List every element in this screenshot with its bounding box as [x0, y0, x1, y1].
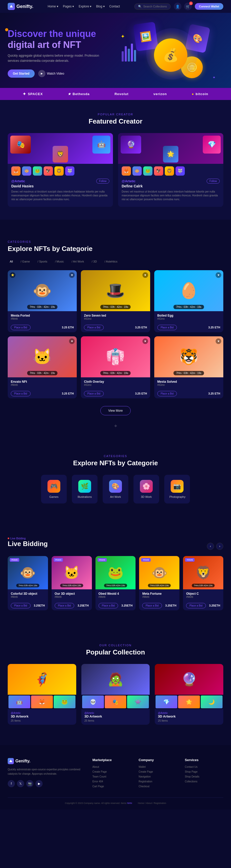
nft-2-bottom: Place a Bid 3.25 ETH: [81, 323, 150, 332]
tab-astehtics[interactable]: / Astehtics: [103, 259, 119, 264]
get-started-button[interactable]: Get Started: [8, 69, 35, 78]
footer-link-create-page[interactable]: Create Page: [92, 770, 131, 773]
nav-right: 🔍 Search Collections 👤 🛒 0 Connect Walle…: [134, 3, 223, 10]
logo-text: Genifty.: [17, 4, 33, 9]
live-3-bid-button[interactable]: Place a Bid: [98, 603, 118, 608]
live-timer-2: 7Hrs:03h:42m:19s: [60, 584, 83, 587]
coll-3-meta: 25 Items: [158, 719, 220, 722]
social-youtube[interactable]: ▶: [35, 780, 42, 787]
footer-link-contact-us[interactable]: Contact Us: [185, 766, 223, 768]
nft-3-heart[interactable]: ♥: [215, 272, 221, 278]
illustrations-label: Illustrations: [77, 495, 92, 498]
nft-5-heart[interactable]: ♥: [142, 338, 148, 344]
footer-link-registration[interactable]: Registration: [139, 780, 177, 783]
tab-music[interactable]: / Music: [53, 259, 66, 264]
creator-2-follow-button[interactable]: Follow: [207, 179, 220, 184]
footer-link-error-404[interactable]: Error 404: [92, 780, 131, 783]
user-icon[interactable]: 👤: [174, 3, 181, 10]
view-more-button[interactable]: View More: [100, 406, 131, 415]
creator-1-av-5: 🦁: [54, 166, 64, 176]
nft-4-bid-button[interactable]: Place a Bid: [11, 391, 31, 396]
coll-1-info: @Artetic 3D Artwork 25 Items: [8, 709, 76, 725]
nft-1-heart[interactable]: ♥: [69, 272, 75, 278]
creator-2-av-4: 🦅: [154, 166, 163, 176]
nav-pages[interactable]: Pages ▾: [63, 5, 74, 8]
footer-link-shop-details[interactable]: Shop Details: [185, 775, 223, 778]
nft-6-bid-button[interactable]: Place a Bid: [157, 391, 177, 396]
creator-2-av-2: 🐵: [133, 166, 142, 176]
cat-item-games[interactable]: 🎮 Games: [41, 475, 67, 503]
footer-top: Genifty. Quickly administrate open-sourc…: [8, 758, 223, 790]
artwork-label: Art Work: [108, 495, 123, 498]
nav-home[interactable]: Home ▾: [48, 5, 58, 8]
creator-1-follow-button[interactable]: Follow: [96, 179, 109, 184]
live-next-button[interactable]: ›: [216, 543, 223, 550]
live-card-3: 🐸 #Metti 7Hrs:03h:42m:19s Obed Weoid 4 #…: [95, 556, 136, 610]
coll-2-items: 25 Items: [84, 719, 94, 722]
search-box[interactable]: 🔍 Search Collections: [134, 3, 171, 10]
cat-icons-header: Categories Explore NFTs by Categorie: [8, 455, 223, 467]
tab-game[interactable]: / Game: [19, 259, 32, 264]
social-twitter[interactable]: 𝕏: [17, 780, 24, 787]
social-instagram[interactable]: 📷: [26, 780, 33, 787]
nav-explore[interactable]: Explore ▾: [79, 5, 91, 8]
hero-buttons: Get Started ▶ Watch Video: [8, 69, 110, 78]
cat-item-artwork[interactable]: 🎨 Art Work: [103, 475, 128, 503]
footer-link-about[interactable]: About: [92, 766, 131, 768]
creator-1-av-3: 🐸: [33, 166, 42, 176]
cat-item-illustrations[interactable]: 🌿 Illustrations: [72, 475, 97, 503]
footer-items-link[interactable]: NNN: [127, 802, 132, 804]
live-4-bid-button[interactable]: Place a Bid: [142, 603, 162, 608]
cat-item-3dwork[interactable]: 🌸 3D Work: [134, 475, 159, 503]
tab-sports[interactable]: / Sports: [35, 259, 49, 264]
nft-card-6: 🐯 7Hrs : 03h : 42m : 19s ♥ Mesta Solved …: [154, 336, 223, 398]
live-label: Live Bidding: [8, 537, 48, 540]
footer-link-checkout[interactable]: Checkout: [139, 785, 177, 788]
coll-sub-2-1: 💀: [82, 695, 104, 708]
footer-copyright: Copyright © 2023 Company name. All right…: [65, 802, 127, 804]
nft-2-heart[interactable]: ♥: [142, 272, 148, 278]
live-badge-2: #Metti: [54, 558, 63, 562]
nft-3-bid-button[interactable]: Place a Bid: [157, 325, 177, 330]
cat-item-photography[interactable]: 📷 Photography: [164, 475, 190, 503]
collection-header: Our Collection Popular Collection: [8, 644, 223, 656]
nft-4-heart[interactable]: ♥: [69, 338, 75, 344]
footer-link-team-count[interactable]: Team Count: [92, 775, 131, 778]
footer-link-shop-page[interactable]: Shop Page: [185, 770, 223, 773]
social-facebook[interactable]: f: [8, 780, 15, 787]
tab-artwork[interactable]: / Art Work: [69, 259, 86, 264]
cart-icon[interactable]: 🛒 0: [184, 3, 192, 10]
nft-1-bid-button[interactable]: Place a Bid: [11, 325, 31, 330]
footer-link-create-page-co[interactable]: Create Page: [139, 770, 177, 773]
live-1-bid-button[interactable]: Place a Bid: [11, 603, 31, 608]
nft-2-bid-button[interactable]: Place a Bid: [84, 325, 104, 330]
live-5-bid-button[interactable]: Place a Bid: [186, 603, 206, 608]
footer-link-navigation[interactable]: Navigation: [139, 775, 177, 778]
nft-6-heart[interactable]: ♥: [215, 338, 221, 344]
nft-3-bottom: Place a Bid 3.25 ETH: [154, 323, 223, 332]
creator-2-av-5: 🦁: [165, 166, 174, 176]
watch-video-button[interactable]: ▶ Watch Video: [38, 70, 64, 77]
tab-all[interactable]: All: [8, 259, 15, 264]
footer-link-wallet[interactable]: Wallet: [139, 766, 177, 768]
live-timer-1: 7Hrs:03h:42m:19s: [17, 584, 39, 587]
nav-icons: 👤 🛒 0: [174, 3, 192, 10]
footer-link-cart-page[interactable]: Cart Page: [92, 785, 131, 788]
creator-1-av-4: 🦅: [44, 166, 53, 176]
footer-link-collections[interactable]: Collections: [185, 780, 223, 783]
live-4-artist: #Metti: [142, 595, 176, 598]
nft-5-bid-button[interactable]: Place a Bid: [84, 391, 104, 396]
hero-chart: [122, 43, 136, 62]
live-2-bid-button[interactable]: Place a Bid: [55, 603, 75, 608]
footer-nav-about: About: [146, 802, 152, 804]
live-img-5: 🦁 #Metti 7Hrs:03h:42m:19s: [183, 556, 223, 589]
live-prev-button[interactable]: ‹: [207, 543, 214, 550]
logo[interactable]: Genifty.: [8, 3, 33, 10]
tab-3d[interactable]: / 3D: [90, 259, 99, 264]
connect-wallet-button[interactable]: Connect Wallet: [195, 3, 223, 10]
footer-marketplace-title: Marketplace: [92, 758, 131, 762]
nav-contact[interactable]: Contact: [109, 5, 120, 8]
live-5-price: 3.25ETH: [209, 604, 220, 607]
nav-blog[interactable]: Blog ▾: [96, 5, 105, 8]
coll-sub-2-2: 🎭: [105, 695, 126, 708]
